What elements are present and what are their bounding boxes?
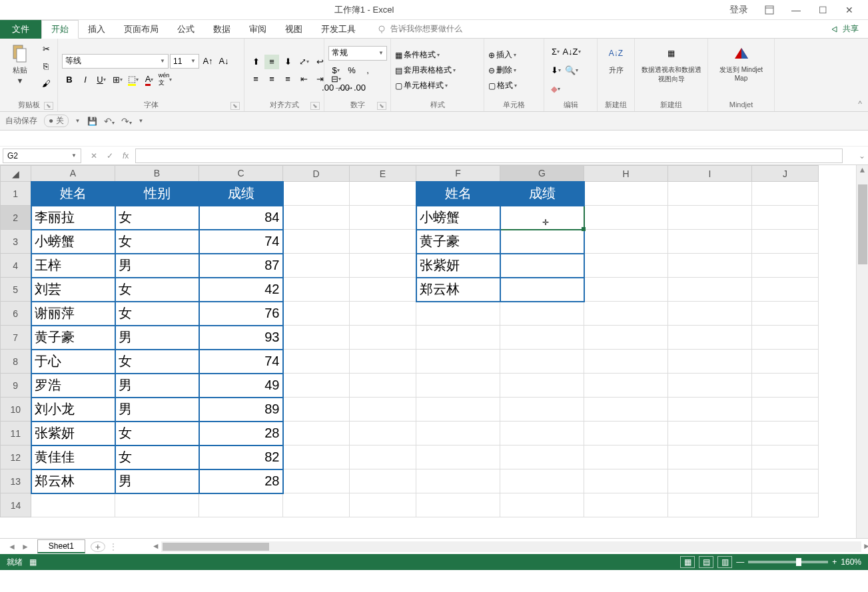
- col-header-G[interactable]: G: [500, 166, 584, 182]
- tab-layout[interactable]: 页面布局: [115, 20, 168, 39]
- dialog-launcher[interactable]: ⬊: [377, 102, 386, 110]
- cell-F5[interactable]: 郑云林: [416, 278, 500, 302]
- formula-cancel-button[interactable]: ✕: [91, 151, 97, 160]
- fill-button[interactable]: ⬇▾: [548, 63, 563, 78]
- insert-cells-button[interactable]: ⊕插入▾: [488, 49, 516, 61]
- clear-button[interactable]: ◆▾: [548, 82, 563, 97]
- cell-H2[interactable]: [584, 206, 668, 230]
- zoom-level[interactable]: 160%: [841, 557, 861, 567]
- cell-B7[interactable]: 男: [115, 326, 199, 350]
- decrease-indent-button[interactable]: ⇤: [296, 72, 311, 87]
- cell-G3[interactable]: [500, 230, 584, 254]
- align-top-button[interactable]: ⬆: [248, 55, 263, 69]
- cell-C11[interactable]: 28: [199, 422, 283, 445]
- tab-developer[interactable]: 开发工具: [312, 20, 365, 39]
- italic-button[interactable]: I: [78, 73, 93, 87]
- worksheet-grid[interactable]: ◢ A B C D E F G H I J 1 姓名 性别 成绩 姓名 成绩 2…: [0, 165, 868, 538]
- row-header-13[interactable]: 13: [1, 469, 31, 493]
- row-header-11[interactable]: 11: [1, 422, 31, 445]
- col-header-A[interactable]: A: [31, 166, 115, 182]
- cell-A8[interactable]: 于心: [31, 350, 115, 374]
- row-header-10[interactable]: 10: [1, 398, 31, 422]
- name-box[interactable]: G2▼: [3, 148, 81, 163]
- align-bottom-button[interactable]: ⬇: [280, 55, 295, 69]
- row-header-8[interactable]: 8: [1, 350, 31, 374]
- add-sheet-button[interactable]: +: [91, 541, 105, 552]
- select-all-corner[interactable]: ◢: [1, 166, 31, 182]
- col-header-C[interactable]: C: [199, 166, 283, 182]
- autosave-toggle[interactable]: ● 关: [44, 115, 69, 127]
- font-size-combo[interactable]: 11▼: [170, 54, 199, 69]
- cell-E1[interactable]: [350, 182, 416, 206]
- conditional-format-button[interactable]: ▦条件格式▾: [395, 49, 440, 61]
- copy-button[interactable]: ⎘: [39, 59, 53, 73]
- phonetic-button[interactable]: wén文▾: [158, 73, 173, 87]
- cell-F1[interactable]: 姓名: [416, 182, 500, 206]
- cell-D2[interactable]: [283, 206, 350, 230]
- col-header-H[interactable]: H: [584, 166, 668, 182]
- cell-C4[interactable]: 87: [199, 254, 283, 278]
- row-header-3[interactable]: 3: [1, 230, 31, 254]
- cell-C5[interactable]: 42: [199, 278, 283, 302]
- row-header-7[interactable]: 7: [1, 326, 31, 350]
- col-header-B[interactable]: B: [115, 166, 199, 182]
- cut-button[interactable]: ✂: [39, 41, 53, 56]
- qat-dropdown[interactable]: ▼: [75, 118, 81, 124]
- sort-asc-button[interactable]: A↓Z升序: [602, 41, 630, 77]
- cell-A10[interactable]: 刘小龙: [31, 398, 115, 422]
- cell-J1[interactable]: [752, 182, 819, 206]
- format-as-table-button[interactable]: ▤套用表格格式▾: [395, 65, 456, 76]
- page-break-view-button[interactable]: ▥: [717, 556, 732, 568]
- cell-B1[interactable]: 性别: [115, 182, 199, 206]
- cell-F4[interactable]: 张紫妍: [416, 254, 500, 278]
- zoom-in-button[interactable]: +: [832, 557, 837, 567]
- cell-A12[interactable]: 黄佳佳: [31, 445, 115, 469]
- pivot-wizard-button[interactable]: ▦数据透视表和数据透视图向导: [639, 41, 703, 85]
- cell-E2[interactable]: [350, 206, 416, 230]
- cell-D1[interactable]: [283, 182, 350, 206]
- cell-B13[interactable]: 男: [115, 469, 199, 493]
- col-header-F[interactable]: F: [416, 166, 500, 182]
- cell-B4[interactable]: 男: [115, 254, 199, 278]
- cell-A6[interactable]: 谢丽萍: [31, 302, 115, 326]
- cell-G4[interactable]: [500, 254, 584, 278]
- cell-C1[interactable]: 成绩: [199, 182, 283, 206]
- cell-A11[interactable]: 张紫妍: [31, 422, 115, 445]
- align-middle-button[interactable]: ≡: [264, 55, 279, 69]
- col-header-D[interactable]: D: [283, 166, 350, 182]
- tab-review[interactable]: 审阅: [240, 20, 276, 39]
- find-button[interactable]: 🔍▾: [564, 63, 579, 78]
- align-left-button[interactable]: ≡: [248, 72, 263, 87]
- redo-button[interactable]: ↷▾: [121, 116, 132, 127]
- row-header-5[interactable]: 5: [1, 278, 31, 302]
- cell-G2[interactable]: ✛: [500, 206, 584, 230]
- share-button[interactable]: 共享: [831, 23, 868, 35]
- maximize-button[interactable]: ☐: [809, 0, 836, 20]
- cell-A5[interactable]: 刘芸: [31, 278, 115, 302]
- row-header-9[interactable]: 9: [1, 374, 31, 398]
- cell-A13[interactable]: 郑云林: [31, 469, 115, 493]
- row-header-6[interactable]: 6: [1, 302, 31, 326]
- cell-B12[interactable]: 女: [115, 445, 199, 469]
- cell-B10[interactable]: 男: [115, 398, 199, 422]
- close-button[interactable]: ✕: [836, 0, 863, 20]
- formula-enter-button[interactable]: ✓: [107, 151, 113, 160]
- bold-button[interactable]: B: [62, 73, 77, 87]
- format-painter-button[interactable]: 🖌: [39, 76, 53, 91]
- percent-button[interactable]: %: [344, 63, 359, 78]
- comma-button[interactable]: ,: [360, 63, 375, 78]
- decrease-font-button[interactable]: A↓: [217, 54, 231, 69]
- paste-button[interactable]: 粘贴 ▼: [4, 41, 36, 86]
- tab-formulas[interactable]: 公式: [168, 20, 204, 39]
- cell-B3[interactable]: 女: [115, 230, 199, 254]
- font-name-combo[interactable]: 等线▼: [62, 54, 169, 69]
- number-format-combo[interactable]: 常规▼: [328, 46, 387, 61]
- tab-home[interactable]: 开始: [41, 20, 79, 39]
- cell-B2[interactable]: 女: [115, 206, 199, 230]
- dialog-launcher[interactable]: ⬊: [310, 102, 320, 110]
- cell-C10[interactable]: 89: [199, 398, 283, 422]
- expand-formula-bar[interactable]: ⌄: [856, 151, 868, 160]
- col-header-I[interactable]: I: [668, 166, 752, 182]
- cell-C12[interactable]: 82: [199, 445, 283, 469]
- cell-C8[interactable]: 74: [199, 350, 283, 374]
